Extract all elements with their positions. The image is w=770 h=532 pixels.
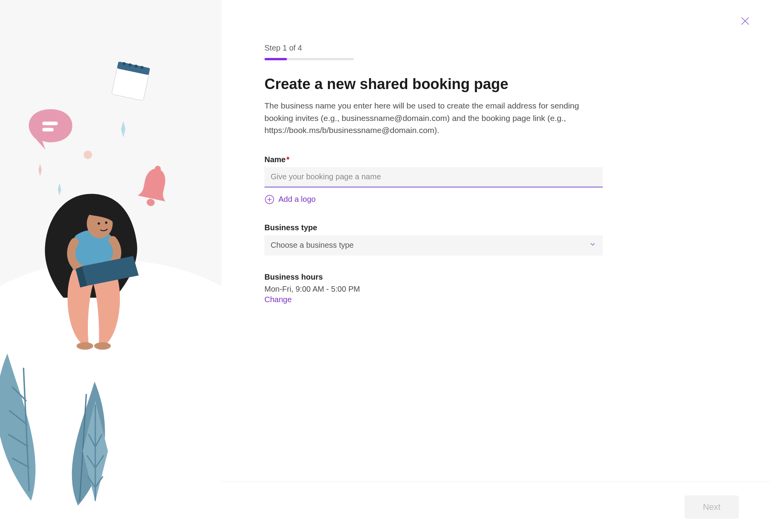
sparkle-icon: [35, 163, 45, 177]
person-laptop-illustration: [31, 191, 152, 354]
add-logo-button[interactable]: Add a logo: [264, 194, 316, 205]
calendar-icon: [105, 58, 156, 109]
svg-point-15: [94, 342, 111, 350]
required-mark: *: [286, 155, 289, 164]
svg-point-13: [105, 221, 107, 224]
next-button[interactable]: Next: [684, 495, 739, 519]
name-label: Name*: [264, 155, 603, 164]
business-hours-label: Business hours: [264, 273, 603, 282]
business-type-selected: Choose a business type: [271, 241, 354, 250]
close-button[interactable]: [736, 12, 754, 30]
chevron-down-icon: [589, 240, 597, 250]
booking-page-name-input[interactable]: [264, 167, 603, 187]
progress-fill: [264, 58, 287, 60]
step-indicator: Step 1 of 4: [264, 44, 603, 52]
plus-circle-icon: [264, 194, 275, 205]
form-panel: Step 1 of 4 Create a new shared booking …: [222, 0, 770, 532]
business-hours-value: Mon-Fri, 9:00 AM - 5:00 PM: [264, 285, 603, 294]
chat-bubble-icon: [23, 105, 78, 152]
svg-point-10: [84, 150, 92, 159]
change-hours-link[interactable]: Change: [264, 295, 292, 304]
business-type-select[interactable]: Choose a business type: [264, 235, 603, 256]
svg-rect-7: [42, 128, 54, 131]
svg-point-12: [98, 222, 100, 225]
add-logo-label: Add a logo: [278, 195, 316, 204]
business-type-label: Business type: [264, 223, 603, 232]
page-description: The business name you enter here will be…: [264, 100, 603, 136]
wizard-footer: Next: [222, 481, 770, 532]
page-title: Create a new shared booking page: [264, 76, 603, 93]
name-label-text: Name: [264, 155, 285, 164]
progress-bar: [264, 58, 354, 60]
dot-icon: [83, 150, 93, 159]
svg-point-14: [77, 342, 93, 350]
sparkle-icon: [117, 121, 130, 138]
svg-rect-6: [42, 122, 58, 125]
plant-spike-icon: [70, 401, 121, 502]
close-icon: [740, 16, 751, 26]
illustration-panel: [0, 0, 222, 532]
